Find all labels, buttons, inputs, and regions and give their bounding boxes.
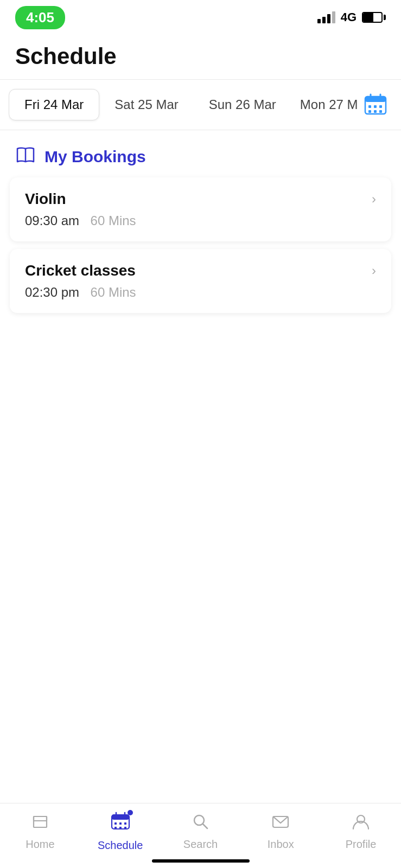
svg-rect-5 (374, 105, 377, 108)
booking-card-violin[interactable]: Violin › 09:30 am 60 Mins (10, 177, 391, 241)
svg-rect-7 (368, 110, 371, 113)
nav-label-schedule: Schedule (98, 839, 143, 852)
status-right: 4G (317, 10, 386, 24)
nav-item-schedule[interactable]: Schedule (93, 811, 148, 852)
svg-rect-22 (119, 827, 122, 829)
svg-rect-12 (34, 816, 47, 821)
signal-icon (317, 11, 335, 23)
svg-rect-8 (374, 110, 377, 113)
calendar-icon[interactable] (364, 93, 387, 117)
page-title: Schedule (0, 33, 401, 79)
booking-name-violin: Violin (25, 190, 66, 208)
bottom-nav: Home Schedule (0, 803, 401, 868)
svg-rect-6 (379, 105, 382, 108)
date-tab-sun[interactable]: Sun 26 Mar (194, 90, 291, 120)
chevron-right-icon: › (372, 192, 376, 207)
booking-cards: Violin › 09:30 am 60 Mins Cricket classe… (0, 177, 401, 313)
date-tab-mon[interactable]: Mon 27 M (291, 85, 396, 124)
section-title: My Bookings (44, 148, 146, 166)
date-tabs-container: Fri 24 Mar Sat 25 Mar Sun 26 Mar Mon 27 … (0, 79, 401, 130)
date-tab-sat[interactable]: Sat 25 Mar (99, 90, 193, 120)
schedule-dot (128, 810, 133, 815)
svg-line-25 (203, 824, 207, 828)
svg-rect-11 (34, 816, 47, 827)
date-tabs: Fri 24 Mar Sat 25 Mar Sun 26 Mar Mon 27 … (9, 85, 401, 124)
nav-label-search: Search (183, 838, 218, 851)
battery-icon (362, 12, 386, 23)
svg-rect-9 (379, 110, 382, 113)
status-bar: 4:05 4G (0, 0, 401, 33)
svg-rect-23 (124, 827, 126, 829)
nav-item-home[interactable]: Home (13, 812, 67, 851)
home-icon (31, 812, 49, 835)
schedule-icon (110, 811, 131, 836)
home-indicator (152, 859, 250, 863)
svg-rect-1 (365, 97, 386, 102)
svg-rect-4 (368, 105, 371, 108)
nav-item-inbox[interactable]: Inbox (253, 812, 308, 851)
booking-name-cricket: Cricket classes (25, 262, 136, 279)
svg-rect-15 (112, 815, 129, 820)
section-header: My Bookings (0, 130, 401, 177)
status-time: 4:05 (15, 6, 65, 29)
booking-time-cricket: 02:30 pm (25, 285, 79, 299)
inbox-icon (271, 812, 290, 835)
profile-icon (352, 812, 370, 835)
svg-rect-20 (124, 822, 126, 825)
booking-duration-violin: 60 Mins (91, 213, 136, 228)
booking-time-violin: 09:30 am (25, 213, 79, 228)
svg-rect-18 (114, 822, 117, 825)
nav-label-profile: Profile (346, 838, 377, 851)
svg-rect-19 (119, 822, 122, 825)
nav-label-inbox: Inbox (268, 838, 294, 851)
date-tab-fri[interactable]: Fri 24 Mar (9, 89, 99, 120)
network-type: 4G (341, 10, 357, 24)
nav-item-profile[interactable]: Profile (334, 812, 388, 851)
booking-card-cricket[interactable]: Cricket classes › 02:30 pm 60 Mins (10, 249, 391, 313)
nav-item-search[interactable]: Search (173, 812, 227, 851)
bookings-icon (15, 146, 36, 167)
nav-label-home: Home (26, 838, 54, 851)
svg-rect-21 (114, 827, 117, 829)
search-icon (191, 812, 209, 835)
booking-duration-cricket: 60 Mins (91, 285, 136, 299)
chevron-right-icon-2: › (372, 263, 376, 278)
